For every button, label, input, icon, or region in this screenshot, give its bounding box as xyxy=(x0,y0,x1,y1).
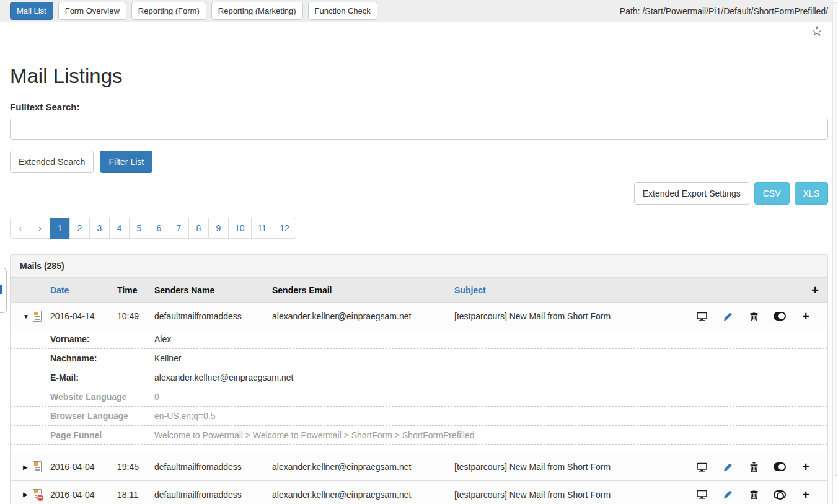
detail-value: Kellner xyxy=(154,353,819,363)
cell-time: 10:49 xyxy=(117,311,154,321)
delete-trash-icon[interactable] xyxy=(741,490,767,499)
tab-form-overview[interactable]: Form Overview xyxy=(58,2,126,20)
module-tab-bar: Mail List Form Overview Reporting (Form)… xyxy=(0,0,838,22)
pagination-page-11[interactable]: 11 xyxy=(251,218,274,239)
scrollbar-thumb[interactable] xyxy=(834,2,837,476)
pagination-page-1[interactable]: 1 xyxy=(50,218,70,239)
fulltext-search-label: Fulltext Search: xyxy=(10,102,828,112)
column-header-senders-name: Senders Name xyxy=(154,285,272,295)
detail-value: en-US,en;q=0.5 xyxy=(154,411,819,421)
mails-panel-title: Mails (285) xyxy=(11,255,827,278)
cell-date: 2016-04-14 xyxy=(50,311,117,321)
edit-pencil-icon[interactable] xyxy=(715,490,741,499)
module-tabs: Mail List Form Overview Reporting (Form)… xyxy=(10,2,377,20)
detail-row-page-funnel: Page Funnel Welcome to Powermail > Welco… xyxy=(11,426,827,445)
add-action-icon[interactable]: + xyxy=(793,461,819,473)
column-header-time: Time xyxy=(117,285,154,295)
expand-caret-icon[interactable]: ▶ xyxy=(23,464,33,471)
add-action-icon[interactable]: + xyxy=(793,489,819,501)
pagination-page-3[interactable]: 3 xyxy=(89,218,110,239)
tab-function-check[interactable]: Function Check xyxy=(308,2,377,20)
cell-senders-name: defaultmailfromaddess xyxy=(154,311,272,321)
pagination-page-12[interactable]: 12 xyxy=(273,218,296,239)
cell-senders-name: defaultmailfromaddess xyxy=(154,490,272,500)
csv-export-button[interactable]: CSV xyxy=(754,182,790,205)
collapse-caret-icon[interactable]: ▼ xyxy=(23,313,33,320)
cell-subject: [testparcours] New Mail from Short Form xyxy=(454,490,689,500)
pagination-page-10[interactable]: 10 xyxy=(228,218,252,239)
pagination-prev[interactable]: ‹ xyxy=(10,218,30,239)
delete-trash-icon[interactable] xyxy=(741,462,767,472)
pagination-page-7[interactable]: 7 xyxy=(169,218,189,239)
visibility-toggle-icon[interactable] xyxy=(767,490,793,499)
bookmark-star-icon[interactable]: ☆ xyxy=(811,25,823,38)
visibility-toggle-icon[interactable] xyxy=(767,462,793,471)
detail-value: 0 xyxy=(154,392,819,402)
detail-value: alexander.kellner@einpraegsam.net xyxy=(154,373,819,382)
preview-monitor-icon[interactable] xyxy=(689,490,715,499)
detail-label: Browser Language xyxy=(50,411,154,421)
expand-caret-icon[interactable]: ▶ xyxy=(23,491,33,498)
fulltext-search-input[interactable] xyxy=(10,118,828,140)
cell-date: 2016-04-04 xyxy=(50,462,117,472)
preview-monitor-icon[interactable] xyxy=(689,462,715,472)
cell-senders-email: alexander.kellner@einpraegsam.net xyxy=(272,490,454,500)
xls-export-button[interactable]: XLS xyxy=(795,182,828,205)
table-row: ▶ 2016-04-04 19:45 defaultmailfromaddess… xyxy=(11,453,827,480)
filter-list-button[interactable]: Filter List xyxy=(100,151,152,173)
detail-label: Page Funnel xyxy=(50,430,154,440)
detail-label: E-Mail: xyxy=(50,373,154,382)
detail-row-browser-language: Browser Language en-US,en;q=0.5 xyxy=(11,407,827,426)
visibility-toggle-icon[interactable] xyxy=(767,312,793,321)
cell-time: 19:45 xyxy=(117,462,154,472)
detail-row-email: E-Mail: alexander.kellner@einpraegsam.ne… xyxy=(11,368,827,387)
pagination-next[interactable]: › xyxy=(30,218,50,239)
mail-record-hidden-icon xyxy=(33,489,42,500)
hidden-overlay-icon xyxy=(37,494,44,502)
add-column-icon[interactable]: + xyxy=(811,284,819,296)
pagination-page-8[interactable]: 8 xyxy=(188,218,209,239)
cell-subject: [testparcours] New Mail from Short Form xyxy=(454,311,689,321)
page-title: Mail Listings xyxy=(10,64,828,88)
cell-date: 2016-04-04 xyxy=(50,490,117,500)
vertical-scrollbar[interactable] xyxy=(832,0,838,504)
detail-row-website-language: Website Language 0 xyxy=(11,387,827,407)
tab-reporting-marketing[interactable]: Reporting (Marketing) xyxy=(211,2,303,20)
table-header-row: Date Time Senders Name Senders Email Sub… xyxy=(11,278,827,303)
cell-time: 18:11 xyxy=(117,490,154,500)
table-row: ▼ 2016-04-14 10:49 defaultmailfromaddess… xyxy=(11,303,827,330)
tab-reporting-form[interactable]: Reporting (Form) xyxy=(131,2,206,20)
detail-label: Website Language xyxy=(50,392,154,402)
column-header-senders-email: Senders Email xyxy=(272,285,454,295)
cell-senders-email: alexander.kellner@einpraegsam.net xyxy=(272,311,454,321)
preview-monitor-icon[interactable] xyxy=(689,312,715,321)
edit-pencil-icon[interactable] xyxy=(715,312,741,321)
extended-search-button[interactable]: Extended Search xyxy=(10,151,94,173)
extended-export-settings-button[interactable]: Extended Export Settings xyxy=(634,182,749,205)
tab-mail-list[interactable]: Mail List xyxy=(10,2,53,20)
detail-row-vorname: Vorname: Alex xyxy=(11,330,827,349)
pagination-page-9[interactable]: 9 xyxy=(208,218,229,239)
detail-value: Welcome to Powermail > Welcome to Powerm… xyxy=(154,430,819,440)
detail-value: Alex xyxy=(154,334,819,344)
detail-label: Vorname: xyxy=(50,334,154,344)
edit-pencil-icon[interactable] xyxy=(715,462,741,472)
page-tree-toggle-handle[interactable] xyxy=(0,268,7,313)
detail-row-nachname: Nachname: Kellner xyxy=(11,349,827,368)
cell-senders-name: defaultmailfromaddess xyxy=(154,462,272,472)
table-row: ▶ 2016-04-04 18:11 defaultmailfromaddess… xyxy=(11,480,827,504)
delete-trash-icon[interactable] xyxy=(741,312,767,321)
mail-record-icon xyxy=(33,461,42,472)
page-path: Path: /Start/Powermail/Pi1/Default/Short… xyxy=(620,6,828,16)
cell-subject: [testparcours] New Mail from Short Form xyxy=(454,462,689,472)
pagination-page-5[interactable]: 5 xyxy=(129,218,149,239)
mails-panel: Mails (285) Date Time Senders Name Sende… xyxy=(10,254,828,504)
add-action-icon[interactable]: + xyxy=(793,310,819,322)
detail-label: Nachname: xyxy=(50,353,154,363)
column-header-date[interactable]: Date xyxy=(50,285,117,295)
column-header-subject[interactable]: Subject xyxy=(454,285,689,295)
cell-senders-email: alexander.kellner@einpraegsam.net xyxy=(272,462,454,472)
pagination-page-6[interactable]: 6 xyxy=(149,218,169,239)
pagination-page-2[interactable]: 2 xyxy=(69,218,90,239)
pagination-page-4[interactable]: 4 xyxy=(109,218,130,239)
